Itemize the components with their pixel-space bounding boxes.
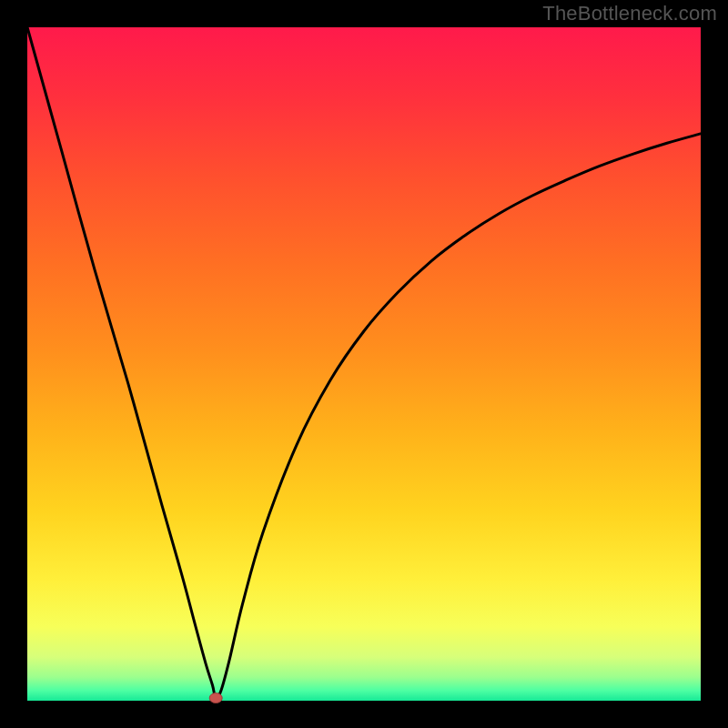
minimum-marker xyxy=(209,693,222,703)
watermark-text: TheBottleneck.com xyxy=(542,2,717,25)
bottleneck-chart xyxy=(0,0,728,728)
plot-background xyxy=(27,27,701,701)
chart-stage: TheBottleneck.com xyxy=(0,0,728,728)
